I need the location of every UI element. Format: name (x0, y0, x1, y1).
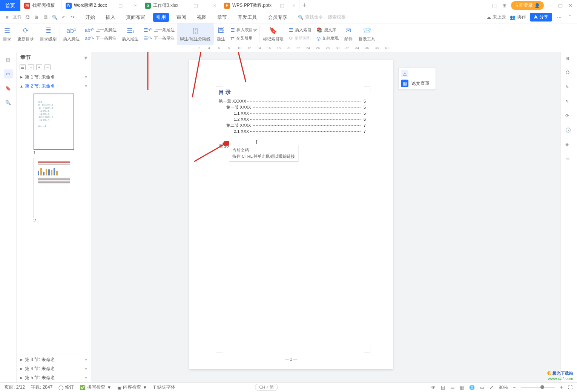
zoom-slider[interactable] (521, 387, 555, 388)
toc-row[interactable]: 1.1 XXX5 (219, 110, 366, 116)
close-icon[interactable]: × (213, 3, 216, 8)
insert-index[interactable]: ☰插入索引 (289, 26, 312, 34)
prev-endnote[interactable]: ☰↶上一条尾注 (144, 26, 175, 34)
update-toc-button[interactable]: ⟳更新目录 (14, 23, 37, 45)
missing-fonts[interactable]: Ƭ缺失字体 (153, 384, 175, 390)
toc-button[interactable]: ☰目录 (0, 23, 14, 45)
cloud-status[interactable]: ☁未上云 (486, 14, 506, 20)
pointer-icon[interactable]: ↖ (565, 99, 573, 106)
settings-icon[interactable]: ⊞ (565, 56, 573, 63)
tab-view[interactable]: 视图 (194, 13, 210, 22)
insert-fig-toc[interactable]: ☰插入表目录 (230, 26, 257, 34)
pen-icon[interactable]: ✎ (565, 85, 573, 92)
thumb-2-wrapper[interactable]: 2 (34, 158, 74, 223)
horizontal-ruler[interactable]: 246810121416182022242628303234363840 (0, 45, 577, 52)
save-icon[interactable]: 🖫 (24, 14, 31, 21)
print-icon[interactable]: 🖶 (42, 14, 49, 21)
tab-insert[interactable]: 插入 (103, 13, 118, 22)
view-web-icon[interactable]: ▦ (460, 385, 464, 390)
tab-word-doc[interactable]: W Word教程2.docx ▢ × (62, 0, 141, 11)
section-item[interactable]: ▸第 4 节: 未命名▾ (17, 364, 91, 373)
view-page-icon[interactable]: ▤ (441, 385, 445, 390)
view-read-icon[interactable]: ▭ (450, 385, 454, 390)
tab-home[interactable]: 首页 (0, 0, 20, 11)
mail-button[interactable]: ✉邮件 (341, 23, 356, 45)
outline-icon[interactable]: ▤ (4, 55, 13, 64)
section-item[interactable]: ▸第 1 节: 未命名▾ (17, 72, 91, 81)
prev-footnote[interactable]: ab↶上一条脚注 (85, 26, 117, 34)
del-section-icon[interactable]: – (28, 64, 34, 70)
find-icon[interactable]: 🔍 (4, 98, 13, 107)
tab-section[interactable]: 章节 (214, 13, 230, 22)
panel-chevron-icon[interactable]: ▾ (84, 55, 87, 61)
revise-toggle[interactable]: ◯修订 (58, 384, 74, 390)
search-lib[interactable]: 📚搜文库 (316, 26, 339, 34)
wordcount[interactable]: 字数: 2847 (31, 384, 52, 390)
tab-pptx[interactable]: P WPS PPT教程.pptx ▢ × (220, 0, 299, 11)
command-search[interactable]: 🔍 查找命令、搜索模板 (298, 14, 346, 20)
minimize-icon[interactable]: — (548, 3, 554, 8)
toc-level-button[interactable]: ≣目录级别 (37, 23, 60, 45)
page-status[interactable]: 页面: 2/12 (5, 384, 25, 390)
rocket-icon[interactable]: ⭗ (565, 70, 573, 78)
share-button[interactable]: ⮝ 分享 (530, 13, 552, 22)
thumb-1-wrapper[interactable]: 目 录第一章 XXXXX…5 第一节 XXXX…5 1.1 XXX…5 1.2 … (34, 94, 74, 155)
mass-mail-button[interactable]: 📨群发工具 (356, 23, 378, 45)
ruler-icon[interactable]: ▭ (480, 385, 484, 390)
separator-button[interactable]: [¦]脚注/尾注分隔线 (177, 23, 213, 45)
file-menu[interactable]: 文件 (13, 14, 22, 20)
toc-row[interactable]: 1.2 XXX6 (219, 116, 366, 122)
tab-dev[interactable]: 开发工具 (235, 13, 260, 22)
zoom-value[interactable]: 80% (499, 385, 508, 390)
update-index[interactable]: ⟳更新索引 (289, 35, 312, 42)
fullscreen-icon[interactable]: ⛶ (568, 385, 572, 390)
tab-start[interactable]: 开始 (82, 13, 98, 22)
zoom-in-icon[interactable]: + (560, 385, 563, 390)
toc-row[interactable]: 2.1 XXX7 (219, 128, 366, 134)
close-window-icon[interactable]: ✕ (567, 3, 573, 8)
close-icon[interactable]: ▢ (193, 3, 198, 8)
add-section-icon[interactable]: + (36, 64, 42, 70)
paper-check-button[interactable]: ▦ 论文查重 (401, 80, 433, 87)
grid-icon[interactable]: ⊞ (501, 3, 507, 8)
tab-xlsx[interactable]: S 工作簿3.xlsx ▢ × (141, 0, 220, 11)
zoom-out-icon[interactable]: – (513, 385, 516, 390)
close-icon[interactable]: × (134, 3, 137, 8)
mark-index-button[interactable]: 🔖标记索引项 (260, 23, 287, 45)
collapse-icon[interactable]: ˆ (566, 14, 573, 21)
section-icon[interactable]: ▭ (4, 69, 13, 78)
redo-icon[interactable]: ↷ (69, 14, 76, 21)
next-endnote[interactable]: ☰↷下一条尾注 (144, 35, 175, 42)
tab-layout[interactable]: 页面布局 (123, 13, 149, 22)
login-button[interactable]: 立即登录 👤 (511, 1, 544, 10)
maximize-icon[interactable]: ▢ (557, 3, 563, 8)
idea-icon[interactable]: ◈ (565, 142, 573, 149)
ime-indicator[interactable]: CH ♪ 简 (255, 384, 278, 391)
undo-icon[interactable]: ↶ (60, 14, 67, 21)
insert-endnote-button[interactable]: ☰ᵢ插入尾注 (119, 23, 141, 45)
bookmark-icon[interactable]: 🔖 (4, 84, 13, 93)
layout-icon[interactable]: ⬚ (491, 3, 497, 8)
new-tab-button[interactable]: + (299, 2, 309, 9)
collab-button[interactable]: 👥协作 (510, 14, 526, 20)
new-icon[interactable]: 🗎 (33, 14, 40, 21)
close-icon[interactable]: × (292, 3, 295, 8)
insert-section-icon[interactable]: ☰ (20, 64, 26, 70)
card-collapse-icon[interactable]: △ (401, 70, 408, 77)
history-icon[interactable]: 🕓 (565, 128, 573, 135)
document-canvas[interactable]: 目 录 第一章 XXXXX5第一节 XXXX51.1 XXX51.2 XXX6第… (91, 52, 560, 382)
section-item[interactable]: ▸第 5 节: 未命名▾ (17, 373, 91, 382)
doc-discover[interactable]: ◎文档发现 (316, 35, 339, 42)
menu-icon[interactable]: ≡ (4, 14, 11, 21)
toc-row[interactable]: 第一章 XXXXX5 (219, 98, 366, 104)
globe-icon[interactable]: 🌐 (469, 385, 475, 390)
close-icon[interactable]: ▢ (280, 3, 284, 8)
zoom-fit-icon[interactable]: ⤢ (490, 385, 493, 390)
tab-review[interactable]: 审阅 (173, 13, 189, 22)
collapse-section-icon[interactable]: – (45, 64, 51, 70)
content-check[interactable]: ▣内容检查 ▼ (117, 384, 147, 390)
tab-overflow-icon[interactable]: ▢ (118, 3, 123, 8)
tab-member[interactable]: 会员专享 (265, 13, 290, 22)
section-item[interactable]: ▸第 3 节: 未命名▾ (17, 355, 91, 364)
spellcheck-toggle[interactable]: ✅拼写检查 ▼ (80, 384, 111, 390)
